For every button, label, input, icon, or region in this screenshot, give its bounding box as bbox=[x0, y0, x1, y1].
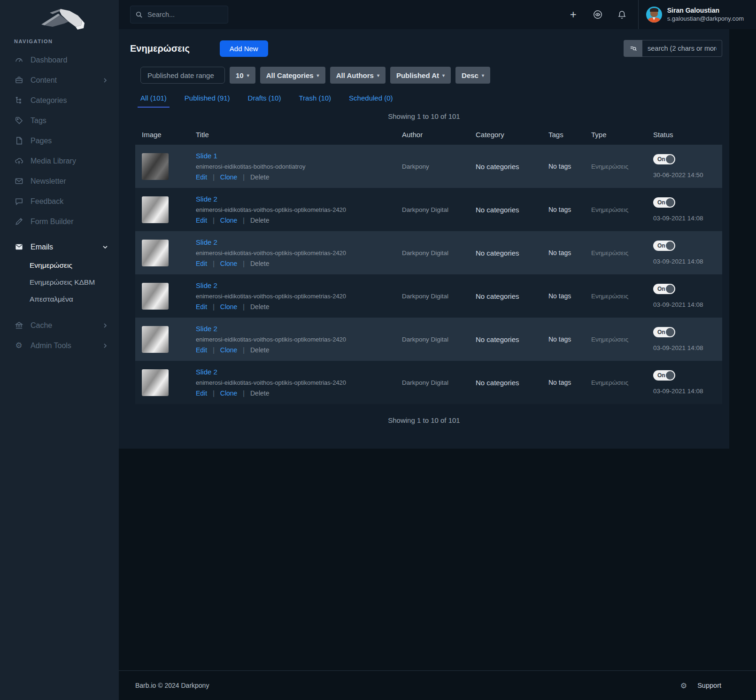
search-icon bbox=[135, 11, 143, 19]
sidebar-item-form-builder[interactable]: Form Builder bbox=[0, 211, 119, 232]
sidebar-item-content[interactable]: Content bbox=[0, 70, 119, 90]
sidebar-item-label: Media Library bbox=[31, 157, 108, 165]
brand-logo[interactable] bbox=[0, 0, 119, 36]
edit-link[interactable]: Edit bbox=[196, 173, 207, 181]
row-thumbnail[interactable] bbox=[142, 196, 169, 223]
row-title-link[interactable]: Slide 1 bbox=[196, 152, 217, 160]
bell-icon bbox=[617, 10, 627, 20]
tab-trash[interactable]: Trash (10) bbox=[299, 94, 331, 108]
table-row: Slide 2 enimerosi-eidikotitas-voithos-op… bbox=[135, 318, 722, 361]
add-quick-button[interactable]: + bbox=[561, 0, 586, 29]
toggle-on-label: On bbox=[657, 242, 665, 249]
table-row: Slide 1 enimerosi-eidikotitas-boithos-od… bbox=[135, 145, 722, 188]
status-toggle[interactable]: On bbox=[653, 327, 675, 337]
plus-icon: + bbox=[570, 9, 577, 20]
row-title-link[interactable]: Slide 2 bbox=[196, 238, 217, 246]
row-thumbnail[interactable] bbox=[142, 283, 169, 310]
status-toggle[interactable]: On bbox=[653, 284, 675, 294]
edit-link[interactable]: Edit bbox=[196, 303, 207, 311]
gear-icon[interactable]: ⚙ bbox=[680, 681, 687, 690]
sidebar-item-emails[interactable]: Emails bbox=[0, 237, 119, 257]
sidebar-subitem-apestalmena[interactable]: Απεσταλμένα bbox=[0, 291, 119, 308]
tab-scheduled[interactable]: Scheduled (0) bbox=[349, 94, 393, 108]
column-header-tags: Tags bbox=[548, 131, 591, 139]
sidebar-item-cache[interactable]: Cache bbox=[0, 315, 119, 335]
tab-published[interactable]: Published (91) bbox=[185, 94, 230, 108]
sidebar-item-newsletter[interactable]: Newsletter bbox=[0, 171, 119, 191]
row-title-link[interactable]: Slide 2 bbox=[196, 281, 217, 289]
published-date-range-input[interactable] bbox=[140, 67, 225, 84]
page-title: Ενημερώσεις bbox=[130, 43, 190, 54]
row-thumbnail[interactable] bbox=[142, 326, 169, 353]
row-tags: No tags bbox=[548, 249, 591, 257]
status-toggle[interactable]: On bbox=[653, 154, 675, 164]
sidebar-subitem-enimeroseis[interactable]: Ενημερώσεις bbox=[0, 257, 119, 274]
edit-link[interactable]: Edit bbox=[196, 346, 207, 354]
sidebar-item-label: Categories bbox=[31, 96, 108, 105]
delete-link[interactable]: Delete bbox=[250, 303, 269, 311]
categories-dropdown[interactable]: All Categories ▾ bbox=[260, 67, 325, 84]
edit-link[interactable]: Edit bbox=[196, 217, 207, 224]
delete-link[interactable]: Delete bbox=[250, 217, 269, 224]
toggle-knob bbox=[666, 285, 674, 293]
add-new-button[interactable]: Add New bbox=[220, 40, 268, 57]
row-title-link[interactable]: Slide 2 bbox=[196, 195, 217, 203]
toggle-on-label: On bbox=[657, 199, 665, 206]
delete-link[interactable]: Delete bbox=[250, 260, 269, 267]
sidebar-item-media-library[interactable]: Media Library bbox=[0, 151, 119, 171]
clone-link[interactable]: Clone bbox=[220, 173, 238, 181]
clone-link[interactable]: Clone bbox=[220, 303, 238, 311]
clone-link[interactable]: Clone bbox=[220, 260, 238, 267]
column-header-category: Category bbox=[476, 131, 548, 139]
sidebar-item-dashboard[interactable]: Dashboard bbox=[0, 50, 119, 70]
support-link[interactable]: Support bbox=[697, 682, 721, 689]
clone-link[interactable]: Clone bbox=[220, 389, 238, 397]
sidebar-subitem-label: Απεσταλμένα bbox=[30, 295, 73, 303]
authors-dropdown[interactable]: All Authors ▾ bbox=[330, 67, 386, 84]
clone-link[interactable]: Clone bbox=[220, 346, 238, 354]
sidebar: NAVIGATION Dashboard Content Categories bbox=[0, 0, 119, 700]
edit-link[interactable]: Edit bbox=[196, 260, 207, 267]
gear-icon: ⚙ bbox=[14, 341, 23, 350]
clone-link[interactable]: Clone bbox=[220, 217, 238, 224]
sort-field-dropdown[interactable]: Published At ▾ bbox=[390, 67, 451, 84]
table-search-input[interactable] bbox=[642, 40, 722, 57]
row-title-link[interactable]: Slide 2 bbox=[196, 325, 217, 333]
row-thumbnail[interactable] bbox=[142, 153, 169, 180]
delete-link[interactable]: Delete bbox=[250, 173, 269, 181]
tab-drafts[interactable]: Drafts (10) bbox=[248, 94, 281, 108]
column-header-status: Status bbox=[653, 131, 722, 139]
edit-link[interactable]: Edit bbox=[196, 389, 207, 397]
sidebar-item-admin-tools[interactable]: ⚙ Admin Tools bbox=[0, 335, 119, 356]
search-text-icon bbox=[629, 45, 637, 53]
tab-all[interactable]: All (101) bbox=[140, 94, 167, 108]
delete-link[interactable]: Delete bbox=[250, 346, 269, 354]
toggle-knob bbox=[666, 371, 674, 380]
status-toggle[interactable]: On bbox=[653, 197, 675, 208]
preview-site-button[interactable] bbox=[586, 0, 610, 29]
row-published-date: 30-06-2022 14:50 bbox=[653, 171, 722, 179]
table-row: Slide 2 enimerosi-eidikotitas-voithos-op… bbox=[135, 231, 722, 274]
per-page-dropdown[interactable]: 10 ▾ bbox=[230, 67, 255, 84]
row-thumbnail[interactable] bbox=[142, 240, 169, 266]
sidebar-item-tags[interactable]: Tags bbox=[0, 110, 119, 131]
row-author: Darkpony Digital bbox=[402, 206, 476, 213]
global-search[interactable] bbox=[130, 6, 228, 23]
delete-link[interactable]: Delete bbox=[250, 389, 269, 397]
user-menu[interactable]: Siran Galoustian s.galoustian@darkpony.c… bbox=[639, 7, 756, 23]
table-search-button[interactable] bbox=[624, 40, 642, 57]
column-header-author: Author bbox=[402, 131, 476, 139]
sidebar-subitem-enimeroseis-kdbm[interactable]: Ενημερώσεις ΚΔΒΜ bbox=[0, 274, 119, 291]
status-toggle[interactable]: On bbox=[653, 370, 675, 381]
toggle-on-label: On bbox=[657, 156, 665, 163]
status-toggle[interactable]: On bbox=[653, 241, 675, 251]
global-search-input[interactable] bbox=[147, 11, 223, 18]
notifications-button[interactable] bbox=[610, 0, 634, 29]
sidebar-item-pages[interactable]: Pages bbox=[0, 131, 119, 151]
row-thumbnail[interactable] bbox=[142, 369, 169, 396]
sort-direction-dropdown[interactable]: Desc ▾ bbox=[455, 67, 490, 84]
sidebar-item-feedback[interactable]: Feedback bbox=[0, 191, 119, 211]
sidebar-item-categories[interactable]: Categories bbox=[0, 90, 119, 110]
row-author: Darkpony Digital bbox=[402, 336, 476, 343]
row-title-link[interactable]: Slide 2 bbox=[196, 368, 217, 376]
